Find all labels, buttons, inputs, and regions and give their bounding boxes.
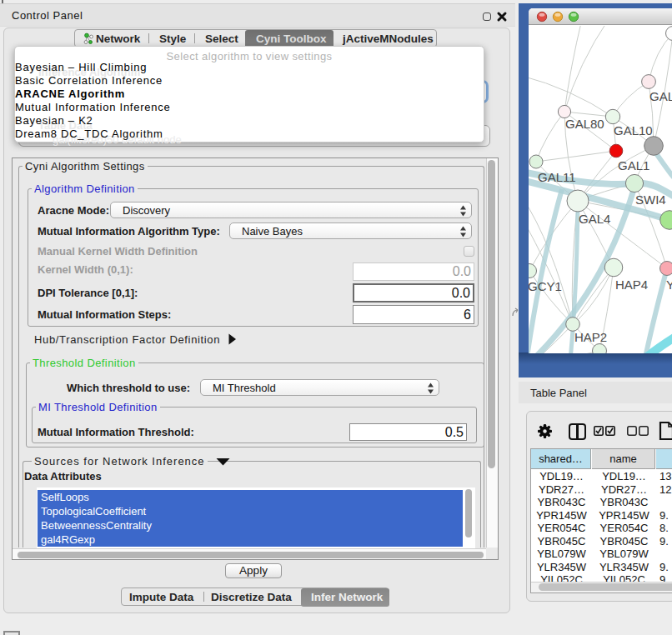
svg-text:GAL4: GAL4 (579, 212, 610, 226)
svg-text:Y: Y (666, 278, 672, 292)
svg-text:GAL10: GAL10 (614, 123, 653, 138)
svg-text:HAP4: HAP4 (615, 278, 648, 292)
svg-text:GAL80: GAL80 (565, 117, 604, 131)
svg-text:SWI4: SWI4 (635, 192, 666, 207)
svg-text:GCY1: GCY1 (529, 279, 562, 293)
svg-text:GAL7: GAL7 (649, 89, 672, 103)
svg-text:HAP2: HAP2 (574, 330, 607, 344)
svg-text:GAL11: GAL11 (538, 170, 576, 184)
svg-text:GAL1: GAL1 (618, 158, 649, 172)
